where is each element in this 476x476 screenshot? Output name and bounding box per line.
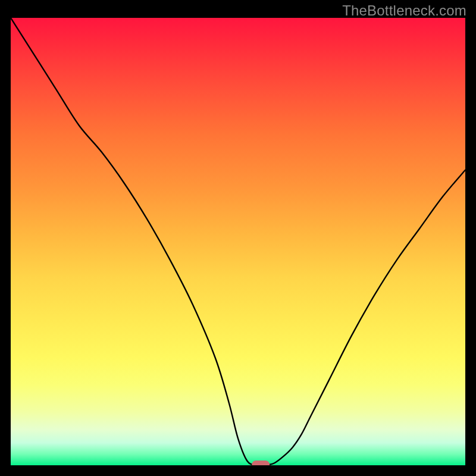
chart-frame: TheBottleneck.com	[0, 0, 476, 476]
chart-svg	[11, 18, 465, 465]
optimal-point-marker	[252, 461, 270, 465]
plot-area	[11, 18, 465, 465]
bottleneck-curve	[11, 18, 465, 465]
watermark-text: TheBottleneck.com	[342, 2, 466, 19]
